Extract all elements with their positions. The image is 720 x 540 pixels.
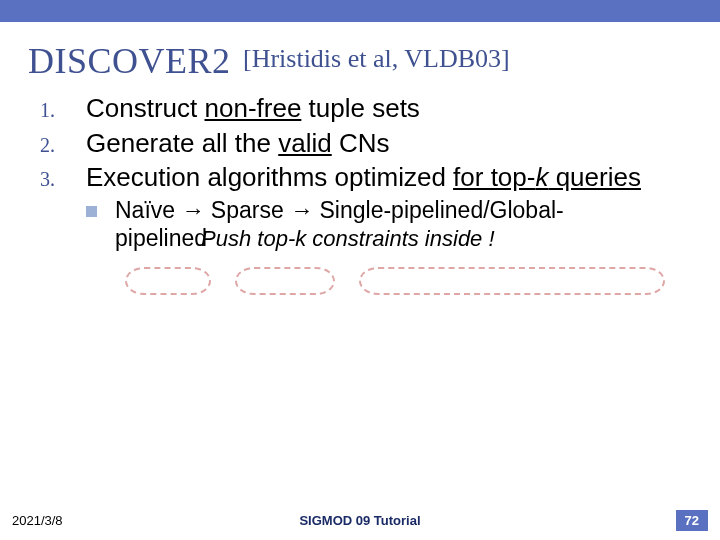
- dashed-oval-icon: [359, 267, 665, 295]
- item-text: Construct non-free tuple sets: [86, 92, 690, 125]
- dashed-oval-icon: [235, 267, 335, 295]
- annotation-overlay: [111, 267, 671, 301]
- slide-body: 1. Construct non-free tuple sets 2. Gene…: [40, 92, 690, 253]
- sub-bullet-text: Naïve → Sparse → Single-pipelined/Global…: [115, 196, 564, 254]
- sub-bullet-row: Naïve → Sparse → Single-pipelined/Global…: [86, 196, 690, 254]
- list-item: 3. Execution algorithms optimized for to…: [40, 161, 690, 194]
- item-number: 2.: [40, 127, 86, 158]
- annotation-text: Push top-k constraints inside !: [201, 226, 494, 251]
- square-bullet-icon: [86, 206, 97, 217]
- title-citation: [Hristidis et al, VLDB03]: [243, 44, 510, 73]
- header-bar: [0, 0, 720, 22]
- slide-title: DISCOVER2 [Hristidis et al, VLDB03]: [28, 40, 720, 82]
- title-main: DISCOVER2: [28, 41, 231, 81]
- list-item: 2. Generate all the valid CNs: [40, 127, 690, 160]
- item-text: Generate all the valid CNs: [86, 127, 690, 160]
- page-number: 72: [676, 510, 708, 531]
- item-number: 3.: [40, 161, 86, 192]
- footer-date: 2021/3/8: [12, 513, 63, 528]
- footer-title: SIGMOD 09 Tutorial: [299, 513, 420, 528]
- numbered-list: 1. Construct non-free tuple sets 2. Gene…: [40, 92, 690, 194]
- item-text: Execution algorithms optimized for top-k…: [86, 161, 690, 194]
- dashed-oval-icon: [125, 267, 211, 295]
- item-number: 1.: [40, 92, 86, 123]
- list-item: 1. Construct non-free tuple sets: [40, 92, 690, 125]
